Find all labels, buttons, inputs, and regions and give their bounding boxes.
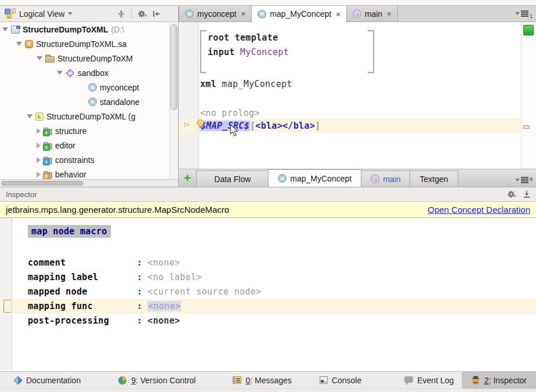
collapsed-arrow-icon[interactable] (37, 157, 41, 163)
tree-item-label[interactable]: StructureDumpToXM (57, 54, 133, 63)
editor-tab-map-myconcept[interactable]: map_MyConcept × (252, 6, 346, 22)
inspector-editor[interactable]: map node macro comment:<none> mapping la… (0, 218, 536, 370)
fold-arrow-icon[interactable] (184, 121, 189, 128)
bottom-tab-map-myconcept[interactable]: map_MyConcept (268, 169, 361, 187)
error-stripe[interactable] (521, 22, 536, 169)
tree-item-label[interactable]: sandbox (78, 68, 108, 78)
tree-row[interactable]: standalone (0, 95, 178, 109)
property-row-post-processing[interactable]: post-processing:<none> (28, 314, 180, 328)
close-icon[interactable]: × (387, 9, 392, 18)
bottom-tab-textgen[interactable]: Textgen (410, 170, 458, 187)
editor-bottom-tab-bar: + Data Flow map_MyConcept main Textgen 9 (179, 169, 536, 187)
gutter-divider (198, 22, 199, 169)
tree-item-label[interactable]: constraints (55, 155, 95, 165)
expand-arrow-icon[interactable] (2, 27, 8, 31)
bottom-tab-main[interactable]: main (361, 170, 410, 187)
macro-line[interactable]: $MAP_SRC$[<bla></bla>] (200, 121, 320, 131)
open-concept-declaration-link[interactable]: Open Concept Declaration (428, 205, 530, 215)
editor-tab-myconcept[interactable]: myconcept × (179, 6, 252, 21)
tree-item-label[interactable]: behavior (55, 170, 86, 179)
tree-item-label[interactable]: StructureDumpToXML.sa (36, 39, 126, 49)
map-src-macro[interactable]: $MAP_SRC$ (200, 121, 250, 131)
scrollbar-thumb[interactable] (1, 181, 84, 186)
toolwindow-button-documentation[interactable]: Documentation (12, 372, 83, 389)
expand-arrow-icon[interactable] (57, 71, 63, 75)
tree-row[interactable]: StructureDumpToXML.sa (0, 37, 178, 51)
add-editor-tab-button[interactable]: + (179, 170, 196, 187)
tab-list-button[interactable]: 1 (515, 6, 536, 21)
root-template-line[interactable]: root template (208, 32, 278, 43)
collapse-all-icon[interactable] (117, 10, 125, 18)
constraints-aspect-icon (44, 158, 52, 164)
toolwindow-button-version-control[interactable]: 9: Version Control (115, 372, 198, 389)
editor-tab-main[interactable]: main × (347, 6, 398, 21)
tree-item-label[interactable]: standalone (100, 97, 140, 107)
chevron-down-icon (515, 179, 520, 182)
macro-concept-cell[interactable]: map node macro (28, 225, 111, 238)
stripe-marker[interactable] (523, 125, 530, 129)
tree-vertical-scrollbar[interactable] (169, 22, 178, 179)
property-value[interactable]: <current source node> (147, 286, 261, 297)
tree-item-label[interactable]: myconcept (100, 83, 139, 92)
tree-row[interactable]: StructureDumpToXML (D:\ (0, 22, 178, 37)
tab-label: main (365, 9, 382, 19)
property-value[interactable]: <no label> (147, 272, 201, 282)
tree-row[interactable]: structure (0, 124, 178, 138)
inspector-title: Inspector (6, 190, 37, 199)
gear-icon[interactable] (507, 190, 516, 198)
tree-row[interactable]: constraints (0, 153, 178, 167)
property-value[interactable]: <none> (147, 315, 180, 326)
expand-arrow-icon[interactable] (16, 42, 22, 46)
property-value-selected[interactable]: <none> (147, 301, 181, 311)
expand-arrow-icon[interactable] (27, 114, 32, 118)
hide-panel-icon[interactable] (153, 10, 161, 17)
hide-panel-down-icon[interactable] (523, 190, 530, 198)
tree-row[interactable]: M sandbox (0, 66, 178, 80)
editor-content[interactable]: root template input MyConcept xml map_My… (179, 22, 536, 169)
view-selector-dropdown[interactable]: SL Logical View (5, 9, 73, 19)
property-value[interactable]: <none> (147, 257, 180, 268)
prolog-line[interactable]: <no prolog> (200, 108, 260, 118)
tree-row[interactable]: behavior (0, 167, 178, 179)
property-row-mapped-node[interactable]: mapped node:<current source node> (28, 285, 261, 299)
tree-horizontal-scrollbar[interactable] (0, 179, 178, 187)
tree-item-label[interactable]: StructureDumpToXML (g (46, 112, 136, 121)
tree-item-label[interactable]: editor (55, 141, 75, 150)
toolwindow-button-inspector[interactable]: 2: Inspector (462, 372, 536, 389)
close-icon[interactable]: × (241, 9, 246, 18)
collapsed-arrow-icon[interactable] (37, 128, 41, 134)
close-icon[interactable]: × (336, 10, 341, 19)
code-health-indicator[interactable] (523, 25, 534, 35)
tree-row[interactable]: myconcept (0, 80, 178, 95)
tree-item-label[interactable]: StructureDumpToXML (23, 25, 108, 34)
inspector-icon (471, 376, 480, 385)
behavior-aspect-icon (44, 172, 52, 179)
tree-item-label[interactable]: structure (55, 126, 86, 136)
toolwindow-button-messages[interactable]: 0: Messages (230, 372, 294, 389)
bottom-tab-list-button[interactable]: 9 (515, 176, 536, 187)
expand-arrow-icon[interactable] (37, 56, 42, 60)
version-control-icon (118, 376, 127, 385)
intention-lightbulb-icon[interactable] (195, 119, 205, 131)
tree-row[interactable]: StructureDumpToXML (g (0, 109, 178, 124)
tree-row[interactable]: editor (0, 138, 178, 153)
property-row-mapping-label[interactable]: mapping label:<no label> (28, 270, 202, 285)
tree-item-suffix: (D:\ (111, 25, 125, 34)
tree-row[interactable]: StructureDumpToXM (0, 51, 178, 66)
console-icon (320, 376, 328, 384)
property-row-mapping-func[interactable]: mapping func:<none> (28, 299, 181, 314)
gutter-row-marker (3, 300, 11, 313)
xml-root-line[interactable]: xml map_MyConcept (200, 79, 292, 89)
bottom-tab-data-flow[interactable]: Data Flow (196, 170, 268, 187)
collapsed-arrow-icon[interactable] (37, 143, 41, 148)
chevron-down-icon (515, 12, 520, 15)
toolwindow-button-console[interactable]: Console (317, 372, 364, 389)
macro-body[interactable]: <bla></bla> (255, 121, 315, 131)
input-concept-line[interactable]: input MyConcept (208, 47, 289, 57)
main-node-icon (371, 175, 379, 183)
gear-icon[interactable] (137, 10, 147, 18)
toolwindow-button-event-log[interactable]: Event Log (402, 372, 456, 389)
property-row-comment[interactable]: comment:<none> (28, 256, 180, 270)
scrollbar-thumb[interactable] (171, 24, 178, 110)
collapsed-arrow-icon[interactable] (37, 172, 41, 177)
